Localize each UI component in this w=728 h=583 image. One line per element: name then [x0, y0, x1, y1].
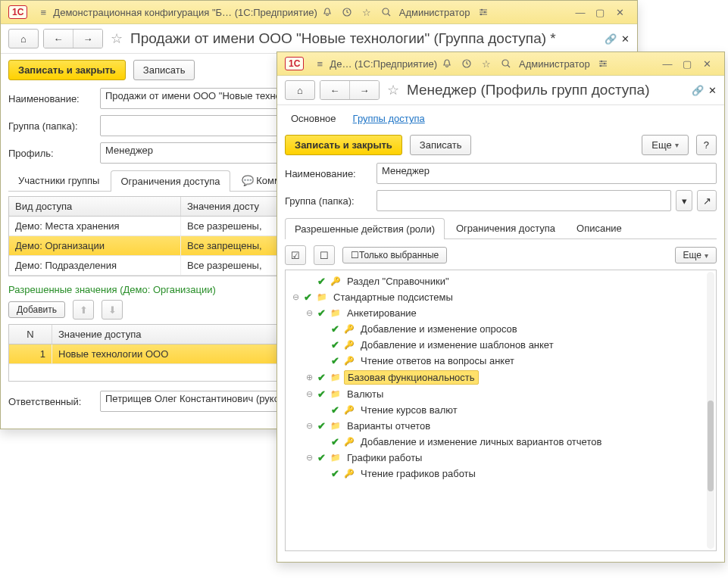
bell-icon[interactable] — [319, 5, 336, 8]
history-icon[interactable] — [339, 5, 355, 8]
minimize-icon[interactable]: — — [572, 5, 589, 8]
settings-icon[interactable] — [475, 5, 492, 8]
window-title: Демонстрационная конфигурация "Б… — [53, 7, 232, 8]
maximize-icon[interactable]: ▢ — [592, 5, 608, 8]
search-icon[interactable] — [378, 5, 395, 8]
close-icon[interactable]: ✕ — [611, 5, 628, 8]
user-name[interactable]: Администратор — [399, 7, 470, 8]
app-logo: 1C — [8, 5, 27, 8]
window-subtitle: (1С:Предприятие) — [235, 7, 317, 8]
star-icon[interactable]: ☆ — [358, 5, 375, 8]
menu-icon[interactable]: ≡ — [35, 5, 52, 8]
titlebar-back: 1C ≡ Демонстрационная конфигурация "Б… (… — [1, 1, 637, 8]
